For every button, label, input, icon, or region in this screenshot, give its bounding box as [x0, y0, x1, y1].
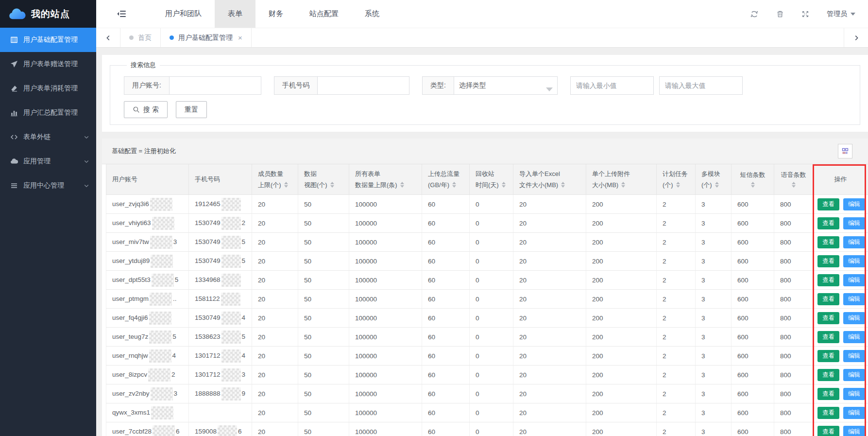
view-button[interactable]: 查看: [817, 312, 839, 324]
value-cell: 100000: [349, 384, 422, 403]
view-button[interactable]: 查看: [817, 388, 839, 400]
breadcrumb-tab-label: 首页: [138, 34, 152, 42]
edit-button[interactable]: 编辑: [843, 407, 865, 419]
edit-button[interactable]: 编辑: [843, 236, 865, 248]
sidebar-item[interactable]: 用户汇总配置管理: [0, 101, 96, 125]
account-input[interactable]: [170, 77, 261, 94]
view-button[interactable]: 查看: [817, 255, 839, 267]
view-button[interactable]: 查看: [817, 369, 839, 381]
sort-icon[interactable]: [715, 182, 719, 188]
edit-button[interactable]: 编辑: [843, 426, 865, 436]
tab-dot-icon: [170, 35, 174, 40]
column-header[interactable]: 数据视图(个): [298, 164, 349, 195]
sort-icon[interactable]: [400, 182, 404, 188]
refresh-icon[interactable]: [750, 10, 759, 18]
view-button[interactable]: 查看: [817, 331, 839, 343]
column-header[interactable]: 语音条数: [774, 164, 813, 195]
nav-tab[interactable]: 财务: [255, 0, 296, 28]
close-icon[interactable]: ×: [238, 34, 242, 42]
sort-icon[interactable]: [792, 182, 796, 188]
column-header[interactable]: 计划任务(个): [657, 164, 696, 195]
column-header-line2: (个): [663, 181, 693, 189]
value-cell: 200: [586, 195, 657, 214]
view-button[interactable]: 查看: [817, 236, 839, 248]
column-header-line2: [732, 182, 774, 188]
sort-icon[interactable]: [452, 182, 456, 188]
nav-tab[interactable]: 站点配置: [296, 0, 352, 28]
column-settings-button[interactable]: [838, 144, 852, 158]
edit-button[interactable]: 编辑: [843, 198, 865, 210]
collapse-sidebar-icon[interactable]: [117, 9, 127, 18]
edit-button[interactable]: 编辑: [843, 388, 865, 400]
nav-tab[interactable]: 用户和团队: [152, 0, 215, 28]
value-cell: 20: [252, 271, 298, 290]
sidebar-item[interactable]: 用户基础配置管理: [0, 28, 96, 52]
edit-button[interactable]: 编辑: [843, 217, 865, 229]
view-button[interactable]: 查看: [817, 274, 839, 286]
edit-button[interactable]: 编辑: [843, 255, 865, 267]
value-cell: 0: [470, 422, 513, 436]
type-select[interactable]: 选择类型: [454, 77, 557, 94]
breadcrumb-tab[interactable]: 用户基础配置管理×: [161, 28, 252, 47]
value-cell: 0: [470, 271, 513, 290]
sort-icon[interactable]: [676, 182, 680, 188]
reset-button[interactable]: 重置: [176, 101, 207, 118]
sidebar-item[interactable]: 应用中心管理: [0, 174, 96, 198]
column-header[interactable]: 多模块(个): [696, 164, 732, 195]
edit-button[interactable]: 编辑: [843, 274, 865, 286]
value-cell: 50: [298, 384, 349, 403]
value-cell: 600: [732, 214, 774, 233]
sidebar-item[interactable]: 用户表单赠送管理: [0, 52, 96, 76]
sidebar-item[interactable]: 用户表单消耗管理: [0, 76, 96, 101]
config-grid-icon: [10, 36, 18, 44]
value-cell: 3: [696, 271, 732, 290]
sort-icon[interactable]: [561, 182, 565, 188]
view-button[interactable]: 查看: [817, 293, 839, 305]
sort-icon[interactable]: [330, 182, 334, 188]
edit-button[interactable]: 编辑: [843, 350, 865, 362]
sort-icon[interactable]: [284, 182, 288, 188]
column-header[interactable]: 导入单个Excel文件大小(MB): [513, 164, 586, 195]
nav-tab[interactable]: 表单: [215, 0, 255, 28]
view-button[interactable]: 查看: [817, 350, 839, 362]
value-cell: 50: [298, 233, 349, 252]
sort-icon[interactable]: [751, 182, 755, 188]
column-header[interactable]: 成员数量上限(个): [252, 164, 298, 195]
view-button[interactable]: 查看: [817, 426, 839, 436]
max-value-input[interactable]: [659, 76, 743, 95]
column-header-line2-text: (个): [663, 181, 673, 189]
phone-input[interactable]: [318, 77, 409, 94]
min-value-input[interactable]: [570, 76, 654, 95]
view-button[interactable]: 查看: [817, 217, 839, 229]
edit-button[interactable]: 编辑: [843, 312, 865, 324]
nav-tab[interactable]: 系统: [352, 0, 392, 28]
column-header[interactable]: 回收站时间(天): [470, 164, 513, 195]
caret-down-icon: [284, 185, 288, 188]
value-cell: 800: [774, 328, 813, 347]
search-button[interactable]: 搜 索: [124, 101, 168, 118]
edit-button[interactable]: 编辑: [843, 369, 865, 381]
breadcrumb-tab[interactable]: 首页: [120, 28, 161, 47]
redacted-blur: [221, 368, 241, 382]
view-button[interactable]: 查看: [817, 198, 839, 210]
edit-button[interactable]: 编辑: [843, 331, 865, 343]
value-cell: 600: [732, 195, 774, 214]
trash-icon[interactable]: [776, 10, 784, 18]
column-header[interactable]: 上传总流量(GB/年): [422, 164, 470, 195]
user-menu[interactable]: 管理员: [827, 10, 855, 18]
column-header[interactable]: 短信条数: [732, 164, 774, 195]
column-header-line2: (个): [701, 181, 729, 189]
edit-button[interactable]: 编辑: [843, 293, 865, 305]
sidebar-item[interactable]: 应用管理: [0, 149, 96, 174]
redacted-blur: [221, 255, 241, 268]
tabs-scroll-left-icon[interactable]: [96, 28, 120, 47]
fullscreen-icon[interactable]: [801, 10, 809, 18]
column-header[interactable]: 单个上传附件大小(MB): [586, 164, 657, 195]
column-header[interactable]: 所有表单数据量上限(条): [349, 164, 422, 195]
caret-up-icon: [561, 182, 565, 184]
tabs-scroll-right-icon[interactable]: [844, 28, 868, 47]
sort-icon[interactable]: [621, 182, 625, 188]
sort-icon[interactable]: [502, 182, 506, 188]
view-button[interactable]: 查看: [817, 407, 839, 419]
sidebar-item[interactable]: 表单外链: [0, 125, 96, 149]
